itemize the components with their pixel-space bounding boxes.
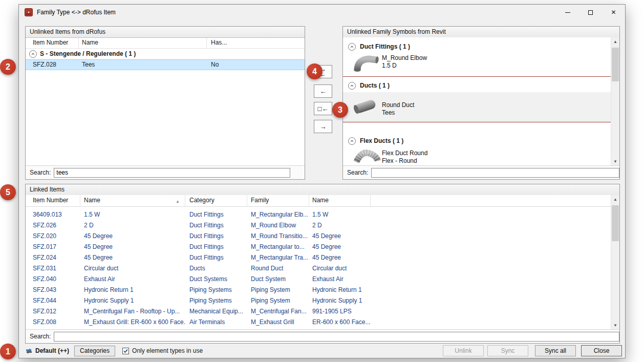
unlink-button: Unlink (443, 345, 484, 356)
column-header-filler (371, 195, 611, 206)
revit-group-label: Flex Ducts ( 1 ) (360, 137, 403, 144)
unlinked-drofus-column-headers: Item Number Name Has... (26, 38, 305, 49)
drofus-group-row[interactable]: S - Stengende / Regulerende ( 1 ) (26, 49, 305, 59)
window-controls: ✕ (556, 5, 625, 20)
unlinked-drofus-panel: Unlinked Items from dRofus Item Number N… (25, 26, 305, 180)
arrow-right-icon: → (320, 123, 327, 131)
drofus-group-label: S - Stengende / Regulerende ( 1 ) (40, 50, 136, 57)
linked-column-headers: Item Number Name ▲ Category Family Name (26, 195, 611, 207)
profile-label: Default (++) (35, 347, 69, 354)
close-icon: ✕ (611, 9, 616, 16)
column-header-type-name[interactable]: Name (309, 195, 371, 206)
linked-items-panel: Linked Items Item Number Name ▲ Category… (25, 184, 620, 344)
table-row[interactable]: SFZ.012M_Centrifugal Fan - Rooftop - Up.… (26, 306, 611, 316)
cell-item-number: SFZ.028 (26, 60, 79, 70)
app-icon (25, 8, 33, 16)
column-header-has[interactable]: Has... (207, 38, 305, 48)
scroll-up-icon[interactable]: ▲ (611, 37, 619, 46)
table-row[interactable]: SFZ.040Exhaust AirDuct SystemsDuct Syste… (26, 273, 611, 284)
column-header-family[interactable]: Family (247, 195, 309, 206)
cell-name: Tees (79, 60, 207, 70)
scroll-up-icon[interactable]: ▲ (611, 195, 619, 203)
revit-symbols-list: Duct Fittings ( 1 ) M_Round Elbow 1.5 D (343, 37, 619, 165)
scroll-down-icon[interactable]: ▼ (611, 321, 619, 329)
table-row[interactable]: SFZ.02045 DegreeDuct FittingsM_Round Tra… (26, 230, 611, 241)
revit-search-input[interactable] (371, 168, 619, 178)
check-icon (123, 348, 128, 354)
table-row[interactable]: SFZ.01745 DegreeDuct FittingsM_Rectangul… (26, 241, 611, 252)
table-row[interactable]: SFZ.044Hydronic Supply 1Piping SystemsPi… (26, 295, 611, 306)
annotation-badge-4: 4 (307, 63, 323, 79)
revit-group-label: Duct Fittings ( 1 ) (360, 43, 410, 50)
maximize-icon (588, 10, 593, 15)
annotation-badge-2: 2 (0, 59, 16, 75)
scrollbar-thumb[interactable] (612, 48, 619, 81)
minimize-button[interactable] (556, 5, 579, 20)
box-arrow-left-icon: □← (318, 105, 329, 113)
chevron-up-icon (29, 50, 37, 58)
drofus-item-row-selected[interactable]: SFZ.028 Tees No (26, 59, 305, 70)
move-left-button[interactable]: ← (314, 84, 332, 98)
only-element-types-checkbox[interactable] (122, 348, 129, 354)
table-row[interactable]: SFZ.031Circular ductDuctsRound DuctCircu… (26, 263, 611, 273)
unlinked-revit-header: Unlinked Family Symbols from Revit (343, 27, 619, 38)
revit-group-duct-fittings[interactable]: Duct Fittings ( 1 ) (343, 41, 410, 52)
linked-items-header: Linked Items (26, 184, 619, 196)
unlinked-revit-panel: Unlinked Family Symbols from Revit Duct … (342, 26, 620, 180)
column-header-category[interactable]: Category (185, 195, 247, 206)
copy-type-left-button[interactable]: □← (314, 102, 332, 115)
titlebar[interactable]: Family Type <-> dRofus Item ✕ (19, 5, 625, 20)
cell-has: No (207, 60, 305, 70)
close-button[interactable]: ✕ (602, 5, 625, 20)
drofus-search-strip: Search: (26, 165, 305, 179)
mapping-profile-icon (25, 347, 33, 355)
table-row[interactable]: SFZ.043Hydronic Return 1Piping SystemsPi… (26, 284, 611, 295)
duct-elbow-image (353, 54, 381, 73)
table-row[interactable]: SFZ.008M_Exhaust Grill: ER-600 x 600 Fac… (26, 316, 611, 327)
item-separator (343, 76, 611, 77)
annotation-badge-1: 1 (0, 344, 16, 359)
column-header-item-number[interactable]: Item Number (26, 38, 79, 48)
scrollbar-thumb[interactable] (612, 205, 619, 241)
categories-button[interactable]: Categories (74, 346, 115, 356)
sync-all-button[interactable]: Sync all (535, 345, 576, 356)
footer-bar: Default (++) Categories Only element typ… (25, 344, 622, 357)
sync-button: Sync (487, 345, 528, 356)
table-row[interactable]: 36409.0131.5 WDuct FittingsM_Rectangular… (26, 209, 611, 220)
item-separator (343, 122, 611, 122)
chevron-up-icon (348, 43, 356, 51)
unlinked-drofus-header: Unlinked Items from dRofus (26, 27, 305, 38)
linked-rows: 36409.0131.5 WDuct FittingsM_Rectangular… (26, 209, 611, 327)
linked-search-label: Search: (30, 333, 51, 340)
close-dialog-button[interactable]: Close (581, 345, 622, 356)
flex-duct-image (353, 148, 381, 165)
revit-search-strip: Search: (343, 165, 619, 179)
revit-search-label: Search: (347, 169, 368, 176)
sort-ascending-icon: ▲ (176, 196, 180, 206)
revit-scrollbar[interactable]: ▲ ▼ (611, 37, 619, 165)
revit-group-flex-ducts[interactable]: Flex Ducts ( 1 ) (343, 136, 403, 146)
linked-scrollbar[interactable]: ▲ ▼ (611, 195, 619, 329)
drofus-search-label: Search: (30, 169, 51, 176)
column-header-name[interactable]: Name (79, 38, 207, 48)
annotation-badge-5: 5 (0, 184, 16, 200)
linked-search-input[interactable] (54, 332, 619, 342)
table-row[interactable]: SFZ.02445 DegreeDuct FittingsM_Rectangul… (26, 252, 611, 263)
table-row[interactable]: SFZ.0262 DDuct FittingsM_Round Elbow2 D (26, 220, 611, 230)
move-right-button[interactable]: → (314, 120, 332, 133)
column-header-item-number[interactable]: Item Number (26, 195, 80, 206)
linked-search-strip: Search: (26, 329, 619, 343)
annotation-badge-3: 3 (332, 102, 348, 118)
scroll-down-icon[interactable]: ▼ (611, 157, 619, 165)
column-header-name-sorted[interactable]: Name ▲ (80, 195, 185, 206)
window-title: Family Type <-> dRofus Item (37, 9, 116, 16)
chevron-up-icon (348, 82, 356, 90)
family-type-drofus-dialog: Family Type <-> dRofus Item ✕ Unlinked I… (18, 4, 626, 358)
drofus-search-input[interactable] (54, 168, 290, 178)
revit-group-ducts[interactable]: Ducts ( 1 ) (343, 80, 390, 91)
checkbox-label: Only element types in use (132, 347, 203, 354)
maximize-button[interactable] (579, 5, 602, 20)
minimize-icon (565, 12, 570, 13)
chevron-up-icon (348, 137, 356, 145)
arrow-left-icon: ← (320, 88, 327, 95)
